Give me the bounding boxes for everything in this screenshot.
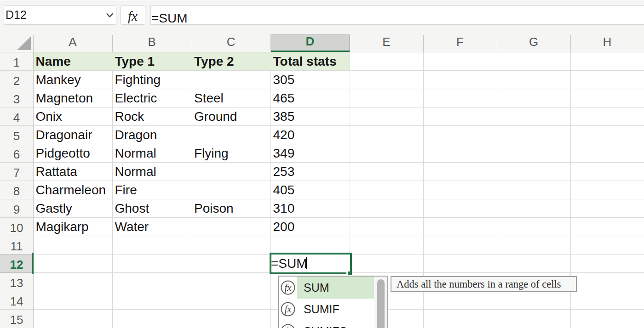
svg-text:fx: fx	[284, 304, 292, 315]
svg-text:fx: fx	[284, 282, 292, 293]
